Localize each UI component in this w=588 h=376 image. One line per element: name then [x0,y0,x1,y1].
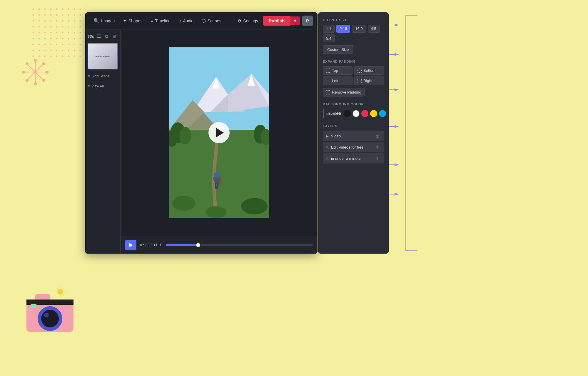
plus-icon: ⊕ [88,74,91,78]
starburst-decoration [22,59,49,86]
size-btn-4-5[interactable]: 4:5 [368,25,380,33]
video-frame [169,47,269,218]
layer-item-edit-videos[interactable]: △ Edit Videos for free 🗑 [323,142,384,152]
color-preset-red[interactable] [361,110,368,117]
output-size-label: OUTPUT SIZE [323,18,384,22]
total-time: 33.10 [153,243,162,247]
remove-padding-button[interactable]: Remove Padding [323,88,365,97]
add-scene-button[interactable]: ⊕ Add Scene [88,73,118,79]
padding-right-button[interactable]: Right [354,76,384,85]
remove-padding-label: Remove Padding [332,90,361,94]
progress-thumb[interactable] [196,243,200,247]
user-avatar[interactable]: P [302,16,313,26]
layer-delete-in-under[interactable]: 🗑 [375,155,381,161]
layer-left-edit-videos: △ Edit Videos for free [326,145,363,149]
svg-point-69 [206,206,226,218]
svg-point-68 [241,198,268,214]
svg-point-20 [44,313,49,317]
nav-label-images: Images [101,19,115,23]
shapes-icon: ✦ [123,18,127,24]
size-buttons: 1:1 9:16 16:9 4:5 5:4 [323,25,384,42]
layers-section: LAYERS ▶ Video 🗑 △ Edit Videos for free … [323,124,384,164]
nav-item-audio[interactable]: ♪ Audio [175,16,197,25]
bg-color-row: #E5E5FB [323,109,384,118]
play-small-button[interactable] [125,240,136,250]
progress-fill [166,244,198,246]
publish-dropdown-button[interactable]: ▼ [290,16,300,25]
size-btn-1-1[interactable]: 1:1 [323,25,335,33]
svg-line-27 [57,288,58,290]
scenes-icon: ⬡ [202,18,206,24]
svg-point-7 [34,83,36,85]
padding-right-icon [358,79,362,83]
color-preset-black[interactable] [344,110,351,117]
timeline-bar: 07.33 / 33.10 [121,236,318,254]
color-preset-yellow[interactable] [370,110,377,117]
nav-bar: 🔍 Images ✦ Shapes ≡ Timeline ♪ Audio ⬡ S… [90,16,225,25]
remove-padding-icon [326,90,330,94]
nav-item-scenes[interactable]: ⬡ Scenes [198,16,225,25]
settings-button[interactable]: ⚙ Settings [235,17,260,25]
svg-rect-21 [31,304,36,308]
time-display: 07.33 / 33.10 [140,243,162,247]
svg-point-12 [42,63,45,65]
svg-line-28 [63,294,64,295]
layer-left-video: ▶ Video [326,134,341,138]
svg-point-6 [34,59,36,61]
nav-item-timeline[interactable]: ≡ Timeline [147,16,174,25]
gear-icon: ⚙ [238,19,241,23]
padding-top-icon [326,69,330,73]
padding-bottom-icon [358,69,362,73]
color-preset-white[interactable] [353,110,360,117]
add-scene-label: Add Scene [92,74,110,78]
svg-point-8 [22,71,25,73]
settings-label: Settings [243,19,258,23]
publish-main-button[interactable]: Publish [263,16,290,26]
layer-item-in-under[interactable]: △ in under a minute! 🗑 [323,153,384,164]
video-background [169,47,269,218]
view-all-button[interactable]: ≡ View All [88,83,118,89]
nav-item-images[interactable]: 🔍 Images [90,16,118,25]
padding-left-button[interactable]: Left [323,76,353,85]
custom-size-button[interactable]: Custom Size [323,45,353,54]
svg-point-9 [46,71,48,73]
video-canvas [121,29,318,236]
color-presets [344,110,386,117]
size-btn-9-16[interactable]: 9:16 [336,25,350,33]
expand-padding-label: EXPAND PADDING [323,60,384,63]
list-icon: ≡ [88,84,90,88]
publish-button-group: Publish ▼ [263,16,300,26]
svg-point-19 [41,310,59,327]
progress-track[interactable] [166,244,313,246]
scene-controls: 33s ☰ ⧉ 🗑 [88,33,118,39]
layers-list: ▶ Video 🗑 △ Edit Videos for free 🗑 △ in … [323,131,384,164]
svg-point-67 [172,196,196,211]
search-icon: 🔍 [93,18,99,24]
nav-label-shapes: Shapes [128,19,142,23]
layer-delete-edit-videos[interactable]: 🗑 [375,144,381,150]
size-btn-5-4[interactable]: 5:4 [323,34,335,42]
main-color-swatch[interactable] [323,109,324,118]
color-preset-blue[interactable] [379,110,386,117]
layer-item-video[interactable]: ▶ Video 🗑 [323,131,384,141]
scene-list-button[interactable]: ☰ [96,33,102,39]
scene-duplicate-button[interactable]: ⧉ [104,33,109,39]
padding-bottom-button[interactable]: Bottom [354,66,384,75]
scene-delete-button[interactable]: 🗑 [111,33,118,39]
audio-icon: ♪ [179,18,181,24]
svg-point-22 [57,289,63,295]
scenes-panel: 33s ☰ ⧉ 🗑 instantmovie ⊕ Add Scene ≡ Vie… [85,29,121,254]
padding-top-button[interactable]: Top [323,66,353,75]
scene-thumbnail[interactable]: instantmovie [88,43,118,69]
layer-delete-video[interactable]: 🗑 [375,133,381,139]
nav-item-shapes[interactable]: ✦ Shapes [119,16,146,25]
background-color-section: BACKGROUND COLOR #E5E5FB [323,102,384,118]
padding-left-label: Left [332,79,338,83]
scene-duration: 33s [88,34,94,39]
size-btn-16-9[interactable]: 16:9 [352,25,366,33]
nav-label-audio: Audio [183,19,193,23]
padding-bottom-label: Bottom [363,68,375,73]
nav-label-timeline: Timeline [155,19,171,23]
play-button[interactable] [208,122,230,143]
play-small-icon [129,243,133,247]
